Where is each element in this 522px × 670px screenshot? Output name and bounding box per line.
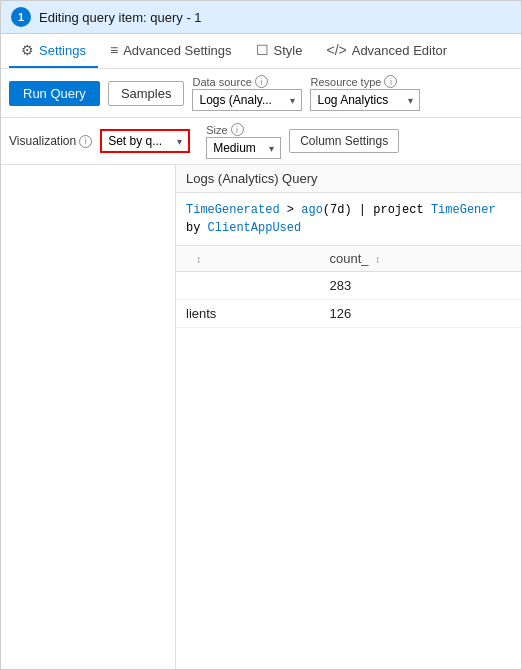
table-row: 283 <box>176 272 521 300</box>
code-time-generated: TimeGenerated <box>186 203 280 217</box>
right-content: Logs (Analytics) Query TimeGenerated > a… <box>176 165 521 669</box>
query-header: Logs (Analytics) Query <box>176 165 521 193</box>
table-cell-col1-row2: lients <box>176 300 320 328</box>
title-bar: 1 Editing query item: query - 1 <box>1 1 521 34</box>
sort-icon-1[interactable]: ↕ <box>196 254 201 265</box>
data-source-label: Data source i <box>192 75 302 88</box>
resource-type-label: Resource type i <box>310 75 420 88</box>
resource-type-chevron-icon: ▾ <box>408 95 413 106</box>
table-cell-col1-row1 <box>176 272 320 300</box>
data-source-group: Data source i Logs (Analy... ▾ <box>192 75 302 111</box>
visualization-info-icon[interactable]: i <box>79 135 92 148</box>
resource-type-select[interactable]: Log Analytics ▾ <box>310 89 420 111</box>
size-label: Size i <box>206 123 281 136</box>
viz-row: Visualization i Set by q... ▾ Size i Med… <box>1 118 521 165</box>
tab-advanced-editor[interactable]: </> Advanced Editor <box>314 34 459 68</box>
size-chevron-icon: ▾ <box>269 143 274 154</box>
content-area: Set by query Grid Area chart Bar chart B… <box>1 165 521 669</box>
tab-advanced-editor-label: Advanced Editor <box>352 43 447 58</box>
tab-advanced-settings[interactable]: ≡ Advanced Settings <box>98 34 244 68</box>
resource-type-info-icon[interactable]: i <box>384 75 397 88</box>
advanced-editor-icon: </> <box>326 42 346 58</box>
tab-advanced-settings-label: Advanced Settings <box>123 43 231 58</box>
col-header-count: count_ ↕ <box>320 246 521 272</box>
table-cell-count-row2: 126 <box>320 300 521 328</box>
code-project-field: TimeGener <box>431 203 496 217</box>
settings-icon: ⚙ <box>21 42 34 58</box>
query-line1: TimeGenerated > ago(7d) | project TimeGe… <box>186 201 511 219</box>
table-cell-count-row1: 283 <box>320 272 521 300</box>
query-code: TimeGenerated > ago(7d) | project TimeGe… <box>176 193 521 246</box>
code-client-app-used: ClientAppUsed <box>208 221 302 235</box>
data-source-select[interactable]: Logs (Analy... ▾ <box>192 89 302 111</box>
code-ago: ago <box>301 203 323 217</box>
tab-style[interactable]: ☐ Style <box>244 34 315 68</box>
tab-settings[interactable]: ⚙ Settings <box>9 34 98 68</box>
samples-button[interactable]: Samples <box>108 81 185 106</box>
column-settings-button[interactable]: Column Settings <box>289 129 399 153</box>
visualization-selected-value: Set by q... <box>108 134 162 148</box>
code-ago-param: (7d) | project <box>323 203 431 217</box>
code-operator-gt: > <box>287 203 301 217</box>
visualization-dropdown-container: Set by q... ▾ <box>100 129 190 153</box>
advanced-settings-icon: ≡ <box>110 42 118 58</box>
resource-type-value: Log Analytics <box>317 93 388 107</box>
table-header-row: ↕ count_ ↕ <box>176 246 521 272</box>
size-group: Size i Medium ▾ <box>206 123 281 159</box>
visualization-label: Visualization i <box>9 134 92 148</box>
tab-settings-label: Settings <box>39 43 86 58</box>
window-title: Editing query item: query - 1 <box>39 10 202 25</box>
data-source-info-icon[interactable]: i <box>255 75 268 88</box>
tab-style-label: Style <box>274 43 303 58</box>
table-row: lients 126 <box>176 300 521 328</box>
run-query-button[interactable]: Run Query <box>9 81 100 106</box>
data-source-chevron-icon: ▾ <box>290 95 295 106</box>
query-line2: by ClientAppUsed <box>186 219 511 237</box>
data-source-value: Logs (Analy... <box>199 93 271 107</box>
size-select[interactable]: Medium ▾ <box>206 137 281 159</box>
visualization-chevron-icon: ▾ <box>177 136 182 147</box>
toolbar: Run Query Samples Data source i Logs (An… <box>1 69 521 118</box>
main-window: 1 Editing query item: query - 1 ⚙ Settin… <box>0 0 522 670</box>
resource-type-group: Resource type i Log Analytics ▾ <box>310 75 420 111</box>
style-icon: ☐ <box>256 42 269 58</box>
size-info-icon[interactable]: i <box>231 123 244 136</box>
sort-icon-count[interactable]: ↕ <box>375 254 380 265</box>
title-number: 1 <box>11 7 31 27</box>
results-table: ↕ count_ ↕ 283 lients <box>176 246 521 328</box>
nav-tabs: ⚙ Settings ≡ Advanced Settings ☐ Style <… <box>1 34 521 69</box>
size-value: Medium <box>213 141 256 155</box>
visualization-dropdown-menu-area: Set by query Grid Area chart Bar chart B… <box>1 165 176 669</box>
code-by: by <box>186 221 208 235</box>
col-header-1: ↕ <box>176 246 320 272</box>
visualization-select[interactable]: Set by q... ▾ <box>100 129 190 153</box>
